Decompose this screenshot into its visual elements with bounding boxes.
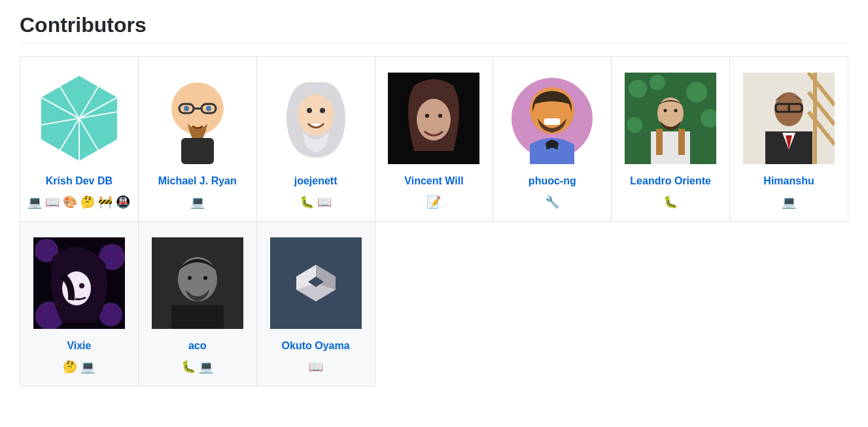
svg-point-20 xyxy=(438,114,442,118)
contribution-icons: 💻 📖 🎨 🤔 🚧 🚇 xyxy=(24,193,134,212)
avatar xyxy=(270,237,362,329)
svg-point-11 xyxy=(184,106,189,111)
contribution-icons: 🐛 xyxy=(616,193,725,212)
svg-point-34 xyxy=(664,109,667,112)
contributor-cell: Michael J. Ryan 💻 xyxy=(138,57,256,222)
contributor-name-link[interactable]: aco xyxy=(188,338,207,354)
contribution-icons: 💻 xyxy=(734,193,844,212)
svg-point-51 xyxy=(79,283,84,288)
avatar xyxy=(506,73,598,164)
svg-point-27 xyxy=(686,82,707,103)
contribution-icons: 🤔 💻 xyxy=(24,358,134,377)
contribution-icons: 🔧 xyxy=(497,193,607,212)
svg-rect-32 xyxy=(678,129,685,155)
contribution-icons: 🐛 📖 xyxy=(261,193,371,212)
contributors-table: Krish Dev DB 💻 📖 🎨 🤔 🚧 🚇 Michael J. Ryan… xyxy=(20,56,848,386)
contributor-name-link[interactable]: Himanshu xyxy=(763,173,814,189)
contributor-name-link[interactable]: Okuto Oyama xyxy=(282,338,350,354)
svg-rect-23 xyxy=(544,118,560,125)
svg-point-54 xyxy=(188,276,192,280)
svg-point-18 xyxy=(417,99,451,141)
svg-point-14 xyxy=(298,94,334,136)
svg-point-55 xyxy=(203,276,207,280)
svg-point-29 xyxy=(627,117,642,133)
svg-rect-13 xyxy=(181,138,214,164)
svg-rect-31 xyxy=(656,129,663,155)
avatar xyxy=(33,237,125,329)
contributor-name-link[interactable]: Vincent Will xyxy=(404,173,463,189)
contributor-name-link[interactable]: Leandro Oriente xyxy=(630,173,711,189)
svg-point-19 xyxy=(425,114,429,118)
contributor-name-link[interactable]: Michael J. Ryan xyxy=(158,173,237,189)
svg-point-12 xyxy=(206,106,211,111)
contributor-cell: joejenett 🐛 📖 xyxy=(256,57,375,222)
avatar xyxy=(270,73,362,164)
svg-point-35 xyxy=(674,109,678,112)
avatar xyxy=(743,73,835,164)
contributor-cell: Vincent Will 📝 xyxy=(375,57,493,222)
contributor-name-link[interactable]: joejenett xyxy=(294,173,338,189)
contributor-cell: Leandro Oriente 🐛 xyxy=(612,57,730,222)
avatar xyxy=(388,73,479,164)
svg-point-16 xyxy=(320,108,325,113)
svg-point-25 xyxy=(629,80,647,98)
contributor-name-link[interactable]: phuoc-ng xyxy=(529,173,576,189)
avatar xyxy=(152,73,243,164)
contribution-icons: 💻 xyxy=(143,193,252,212)
avatar xyxy=(33,73,125,164)
svg-point-15 xyxy=(307,108,312,113)
contributor-cell: Himanshu 💻 xyxy=(730,57,848,222)
contributor-cell: Okuto Oyama 📖 xyxy=(256,221,375,386)
contributor-name-link[interactable]: Vixie xyxy=(67,338,91,354)
svg-point-26 xyxy=(650,75,665,90)
contribution-icons: 🐛 💻 xyxy=(143,358,252,377)
avatar xyxy=(152,237,243,329)
contributor-cell: phuoc-ng 🔧 xyxy=(493,57,612,222)
contribution-icons: 📝 xyxy=(379,193,489,212)
contributor-cell: Krish Dev DB 💻 📖 🎨 🤔 🚧 🚇 xyxy=(20,57,139,222)
contributor-cell: Vixie 🤔 💻 xyxy=(20,221,139,386)
avatar xyxy=(625,73,716,164)
contribution-icons: 📖 xyxy=(261,358,371,377)
contributor-name-link[interactable]: Krish Dev DB xyxy=(46,173,113,189)
contributor-cell: aco 🐛 💻 xyxy=(138,221,256,386)
svg-point-53 xyxy=(178,257,217,301)
section-heading: Contributors xyxy=(20,13,848,43)
svg-rect-56 xyxy=(171,305,224,329)
